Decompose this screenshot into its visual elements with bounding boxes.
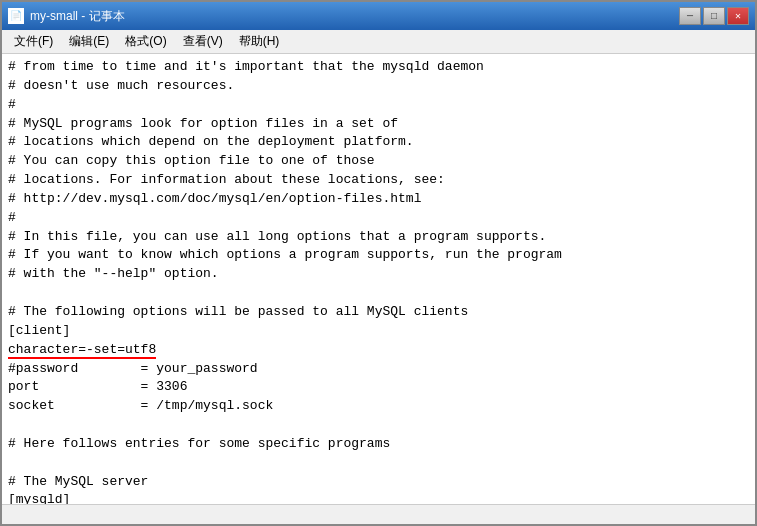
text-line: # doesn't use much resources. — [8, 77, 749, 96]
status-bar — [2, 504, 755, 524]
text-line: # from time to time and it's important t… — [8, 58, 749, 77]
text-line: # Here follows entries for some specific… — [8, 435, 749, 454]
text-line — [8, 454, 749, 473]
text-line: # In this file, you can use all long opt… — [8, 228, 749, 247]
close-button[interactable]: ✕ — [727, 7, 749, 25]
text-line: # — [8, 209, 749, 228]
text-line: # The following options will be passed t… — [8, 303, 749, 322]
menu-item[interactable]: 帮助(H) — [231, 31, 288, 52]
minimize-button[interactable]: ─ — [679, 7, 701, 25]
menu-item[interactable]: 文件(F) — [6, 31, 61, 52]
app-icon: 📄 — [8, 8, 24, 24]
text-line: socket = /tmp/mysql.sock — [8, 397, 749, 416]
text-line: # locations which depend on the deployme… — [8, 133, 749, 152]
text-line: # — [8, 96, 749, 115]
text-line: [client] — [8, 322, 749, 341]
title-bar-left: 📄 my-small - 记事本 — [8, 8, 125, 25]
text-line: # http://dev.mysql.com/doc/mysql/en/opti… — [8, 190, 749, 209]
menu-bar: 文件(F)编辑(E)格式(O)查看(V)帮助(H) — [2, 30, 755, 54]
text-editor[interactable]: # from time to time and it's important t… — [2, 54, 755, 504]
maximize-button[interactable]: □ — [703, 7, 725, 25]
text-line: #password = your_password — [8, 360, 749, 379]
menu-item[interactable]: 查看(V) — [175, 31, 231, 52]
text-line: [mysqld] — [8, 491, 749, 504]
text-line: character=-set=utf8 — [8, 341, 749, 360]
title-bar: 📄 my-small - 记事本 ─ □ ✕ — [2, 2, 755, 30]
text-line: # If you want to know which options a pr… — [8, 246, 749, 265]
text-line — [8, 416, 749, 435]
text-line: # You can copy this option file to one o… — [8, 152, 749, 171]
window-controls: ─ □ ✕ — [679, 7, 749, 25]
menu-item[interactable]: 编辑(E) — [61, 31, 117, 52]
text-line: # MySQL programs look for option files i… — [8, 115, 749, 134]
text-line: # The MySQL server — [8, 473, 749, 492]
text-line: # locations. For information about these… — [8, 171, 749, 190]
text-line — [8, 284, 749, 303]
text-line: # with the "--help" option. — [8, 265, 749, 284]
notepad-window: 📄 my-small - 记事本 ─ □ ✕ 文件(F)编辑(E)格式(O)查看… — [0, 0, 757, 526]
underlined-text: character=-set=utf8 — [8, 342, 156, 359]
window-title: my-small - 记事本 — [30, 8, 125, 25]
content-area: # from time to time and it's important t… — [2, 54, 755, 504]
text-line: port = 3306 — [8, 378, 749, 397]
menu-item[interactable]: 格式(O) — [117, 31, 174, 52]
